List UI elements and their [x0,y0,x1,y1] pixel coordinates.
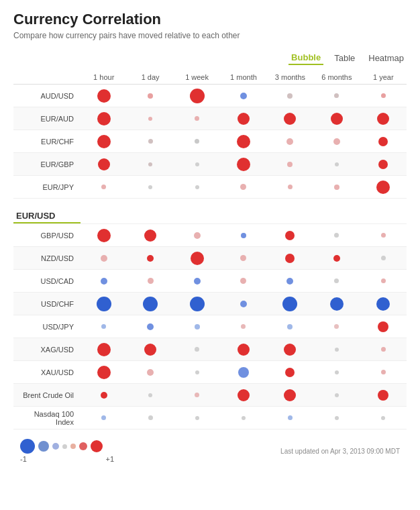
bubble [333,138,340,145]
bubble-view-btn[interactable]: Bubble [288,51,323,65]
bubble-cell [267,297,313,311]
table-row: GBP/USD [13,224,407,247]
bubble [285,368,295,377]
bubble-cell [174,162,220,166]
table-body: AUD/USDEUR/AUDEUR/CHFEUR/GBPEUR/JPYEUR/U… [13,85,407,429]
bubble [101,324,106,329]
pair-name: USD/JPY [13,323,81,331]
legend-bubble [79,442,87,450]
pair-name: EUR/GBP [13,160,81,168]
table-row: USD/CHF [13,293,407,315]
bubble-cell [313,162,360,166]
bubble [148,185,152,189]
bubble-cell [313,370,360,374]
legend-bubble [52,443,59,450]
table-view-btn[interactable]: Table [331,52,358,64]
bubble [147,255,154,262]
eurusd-row: EUR/USD [13,199,407,224]
bubble [333,255,340,262]
bubble [381,416,385,420]
col-1day: 1 day [127,73,173,81]
bubble [143,297,158,311]
bubble-cell [360,137,407,146]
bubble-cell [81,185,127,189]
legend-bubbles [20,439,114,454]
bubble [381,256,386,260]
bubble [335,370,339,374]
legend-bubble [91,440,103,452]
bubble-cell [81,112,127,125]
bubble [148,393,152,397]
bubble [286,138,293,145]
bubble [285,231,295,240]
bubble-cell [174,393,220,397]
bubble [237,135,250,148]
bubble-cell [174,278,220,285]
bubble [381,233,386,238]
bubble [147,369,154,376]
bubble-cell [220,184,266,190]
bubble-cell [81,366,127,379]
bubble-cell [127,323,173,330]
table-row: NZD/USD [13,247,407,270]
bubble-cell [127,344,173,356]
col-1hour: 1 hour [81,73,127,81]
table-row: EUR/CHF [13,130,407,153]
subtitle: Compare how currency pairs have moved re… [13,31,407,40]
bubble [194,232,201,239]
bubble-cell [174,324,220,329]
bubble [334,185,339,190]
bubble-cell [174,347,220,352]
bubble [381,370,386,374]
bubble-cell [267,138,313,145]
bubble [148,415,153,420]
bubble [238,344,250,356]
bubble-cell [220,367,266,378]
bubble [376,297,390,311]
bubble [101,415,106,420]
bubble [97,89,111,103]
bubble [287,162,293,167]
bubble-cell [267,231,313,240]
bubble-cell [313,393,360,397]
bubble-cell [174,252,220,265]
legend-bubble [20,439,35,454]
bubble-cell [81,324,127,329]
bubble [195,393,199,397]
pair-name: EUR/CHF [13,138,81,146]
bubble-cell [360,347,407,352]
bubble [191,252,204,265]
bubble [195,324,200,329]
bubble [335,348,339,352]
bubble [195,347,199,352]
bubble [195,370,199,374]
bubble [377,113,389,125]
bubble-cell [127,393,173,397]
correlation-table: 1 hour 1 day 1 week 1 month 3 months 6 m… [13,70,407,429]
bubble [381,93,386,98]
table-row: Nasdaq 100 Index [13,407,407,429]
bubble-cell [127,297,173,311]
bubble-cell [127,139,173,144]
bubble-cell [313,233,360,238]
bubble [284,344,296,356]
bubble [378,137,388,146]
eurusd-label: EUR/USD [13,211,81,223]
bubble-cell [220,278,266,284]
bubble [148,162,152,166]
heatmap-view-btn[interactable]: Heatmap [366,52,407,64]
bubble [240,93,247,99]
table-row: Brent Crude Oil [13,384,407,407]
bubble-cell [267,162,313,167]
bubble-cell [220,301,266,307]
table-row: EUR/GBP [13,153,407,176]
bubble [286,278,293,285]
table-row: EUR/AUD [13,107,407,130]
bubble-cell [360,416,407,420]
bubble-cell [313,278,360,283]
pair-name: XAG/USD [13,346,81,354]
bubble-cell [127,255,173,262]
bubble [144,344,156,356]
bubble-cell [313,416,360,420]
bubble [242,416,246,420]
